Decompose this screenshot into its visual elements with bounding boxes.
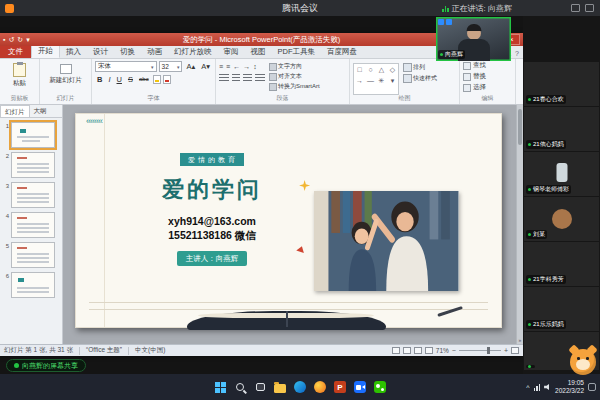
zoom-level[interactable]: 71% bbox=[436, 347, 449, 354]
align-center-icon[interactable] bbox=[232, 74, 240, 81]
tab-slideshow[interactable]: 幻灯片放映 bbox=[168, 46, 218, 58]
search-button[interactable] bbox=[233, 380, 247, 394]
powerpoint-app-icon[interactable]: P bbox=[333, 380, 347, 394]
font-size-combo[interactable]: 32 ▾ bbox=[159, 61, 183, 72]
shapes-gallery[interactable]: □ ○ △ ◇ → — ✳ ▾ bbox=[353, 63, 399, 95]
undo-icon[interactable]: ↺ bbox=[8, 33, 14, 46]
tab-slides-pane[interactable]: 幻灯片 bbox=[0, 105, 30, 117]
edge-browser-icon[interactable] bbox=[293, 380, 307, 394]
save-icon[interactable]: ▪ bbox=[3, 33, 5, 46]
text-direction-button[interactable]: 文字方向 bbox=[269, 62, 320, 71]
select-button[interactable]: 选择 bbox=[463, 83, 512, 92]
slide-title[interactable]: 爱的学问 bbox=[110, 175, 314, 205]
slide-thumbnail-5[interactable] bbox=[11, 242, 55, 268]
meeting-app-icon[interactable] bbox=[353, 380, 367, 394]
participant-tile[interactable]: 21春心合欢 bbox=[524, 62, 599, 106]
arrow-shape-icon[interactable]: → bbox=[354, 75, 365, 86]
font-color-button[interactable] bbox=[163, 75, 171, 84]
line-shape-icon[interactable]: — bbox=[365, 75, 376, 86]
qat-dropdown-icon[interactable]: ▾ bbox=[26, 33, 30, 46]
slide-tag[interactable]: 爱情的教育 bbox=[180, 153, 244, 166]
replace-button[interactable]: 替换 bbox=[463, 72, 512, 81]
tab-animations[interactable]: 动画 bbox=[141, 46, 168, 58]
tab-insert[interactable]: 插入 bbox=[60, 46, 87, 58]
align-right-icon[interactable] bbox=[243, 74, 252, 81]
line-spacing-icon[interactable]: ↕ bbox=[253, 62, 257, 71]
clear-format-button[interactable]: abc bbox=[137, 74, 151, 85]
tray-expand-icon[interactable]: ^ bbox=[526, 384, 529, 391]
reading-view-icon[interactable] bbox=[414, 347, 422, 354]
speaker-name-pill[interactable]: 主讲人：向燕辉 bbox=[177, 251, 248, 266]
align-left-icon[interactable] bbox=[219, 74, 229, 81]
paste-label[interactable]: 粘贴 bbox=[13, 79, 26, 88]
participant-tile[interactable]: 21依心妈妈 bbox=[524, 107, 599, 151]
slideshow-view-icon[interactable] bbox=[425, 347, 433, 354]
find-button[interactable]: 查找 bbox=[463, 61, 512, 70]
vertical-scrollbar[interactable]: » bbox=[516, 105, 523, 344]
wechat-app-icon[interactable] bbox=[373, 380, 387, 394]
more-shapes-icon[interactable]: ▾ bbox=[387, 75, 398, 86]
participant-tile[interactable]: 21乐乐妈妈 bbox=[524, 287, 599, 331]
help-icon[interactable]: ? bbox=[515, 50, 519, 58]
language-indicator[interactable]: 中文(中国) bbox=[135, 346, 165, 355]
tab-review[interactable]: 审阅 bbox=[218, 46, 245, 58]
zoom-slider-knob[interactable] bbox=[487, 347, 490, 354]
file-explorer-icon[interactable] bbox=[273, 380, 287, 394]
slide[interactable]: «««« 爱情的教育 爱的学问 xyh914@163.com 155211381… bbox=[75, 113, 502, 328]
shrink-font-icon[interactable]: A▾ bbox=[199, 61, 212, 72]
decrease-indent-icon[interactable]: ← bbox=[233, 62, 240, 71]
quick-styles-button[interactable]: 快速样式 bbox=[403, 74, 437, 83]
bold-button[interactable]: B bbox=[95, 74, 104, 85]
paste-icon[interactable] bbox=[13, 63, 26, 77]
network-icon[interactable] bbox=[534, 383, 541, 391]
star-shape-icon[interactable]: ✳ bbox=[376, 75, 387, 86]
clock[interactable]: 19:05 2022/3/22 bbox=[555, 379, 584, 395]
participant-tile[interactable]: 钢琴老师傅彩 bbox=[524, 152, 599, 196]
scrollbar-thumb[interactable] bbox=[518, 109, 522, 145]
align-text-button[interactable]: 对齐文本 bbox=[269, 72, 320, 81]
slide-email[interactable]: xyh914@163.com bbox=[110, 215, 314, 227]
arrange-button[interactable]: 排列 bbox=[403, 63, 437, 72]
justify-icon[interactable] bbox=[255, 74, 265, 81]
tab-view[interactable]: 视图 bbox=[245, 46, 272, 58]
grow-font-icon[interactable]: A▴ bbox=[184, 61, 197, 72]
ellipse-shape-icon[interactable]: ○ bbox=[365, 64, 376, 75]
fullscreen-icon[interactable] bbox=[585, 4, 594, 12]
slide-sorter-view-icon[interactable] bbox=[403, 347, 411, 354]
convert-smartart-button[interactable]: 转换为SmartArt bbox=[269, 82, 320, 91]
tab-design[interactable]: 设计 bbox=[87, 46, 114, 58]
numbering-icon[interactable]: ≡ bbox=[226, 62, 230, 71]
rectangle-shape-icon[interactable]: □ bbox=[354, 64, 365, 75]
italic-button[interactable]: I bbox=[106, 74, 112, 85]
tab-baidu-pan[interactable]: 百度网盘 bbox=[321, 46, 363, 58]
participant-tile[interactable]: 21学科秀芳 bbox=[524, 242, 599, 286]
notification-center-icon[interactable] bbox=[588, 383, 596, 391]
strikethrough-button[interactable]: S bbox=[126, 74, 135, 85]
redo-icon[interactable]: ↻ bbox=[17, 33, 23, 46]
zoom-out-icon[interactable]: − bbox=[452, 347, 456, 355]
start-button[interactable] bbox=[213, 380, 227, 394]
slide-photo[interactable] bbox=[314, 191, 459, 291]
triangle-shape-icon[interactable]: △ bbox=[376, 64, 387, 75]
tab-transitions[interactable]: 切换 bbox=[114, 46, 141, 58]
tab-file[interactable]: 文件 bbox=[0, 46, 31, 58]
increase-indent-icon[interactable]: → bbox=[243, 62, 250, 71]
font-name-combo[interactable]: 宋体 ▾ bbox=[95, 61, 157, 72]
new-slide-icon[interactable] bbox=[60, 64, 72, 74]
speaker-icon[interactable] bbox=[544, 384, 551, 390]
tab-home[interactable]: 开始 bbox=[31, 44, 60, 58]
slide-thumbnail-6[interactable] bbox=[11, 272, 55, 298]
bullets-icon[interactable]: ≡ bbox=[219, 62, 223, 71]
slide-thumbnail-3[interactable] bbox=[11, 182, 55, 208]
zoom-in-icon[interactable]: + bbox=[504, 347, 508, 355]
browser-icon[interactable] bbox=[313, 380, 327, 394]
task-view-button[interactable] bbox=[253, 380, 267, 394]
fit-to-window-icon[interactable] bbox=[511, 347, 519, 354]
tab-outline-pane[interactable]: 大纲 bbox=[30, 105, 51, 117]
tab-pdf-tools[interactable]: PDF工具集 bbox=[272, 46, 322, 58]
screen-share-banner[interactable]: 向燕辉的屏幕共享 bbox=[6, 359, 86, 372]
zoom-slider[interactable] bbox=[459, 350, 501, 351]
highlight-color-button[interactable] bbox=[153, 75, 161, 84]
diamond-shape-icon[interactable]: ◇ bbox=[387, 64, 398, 75]
slide-thumbnail-1[interactable] bbox=[11, 122, 55, 148]
